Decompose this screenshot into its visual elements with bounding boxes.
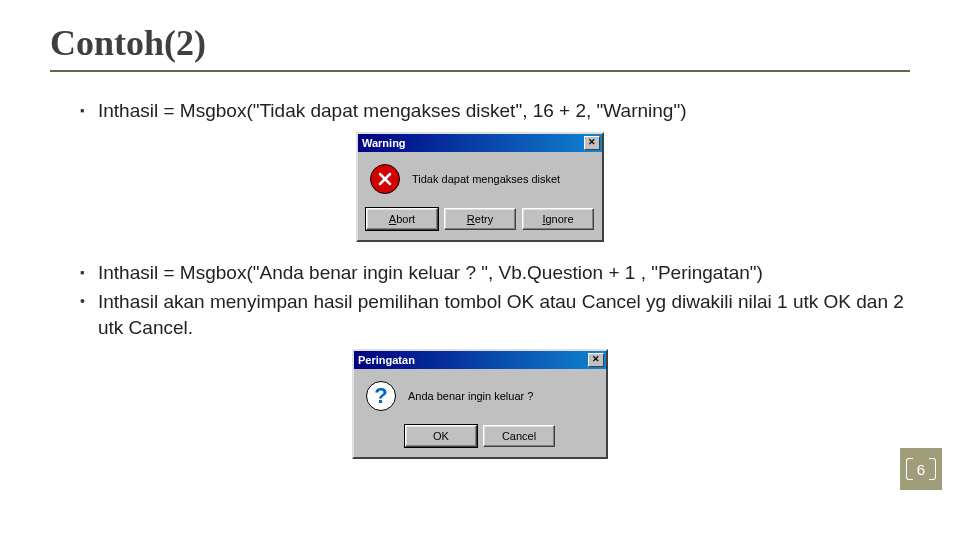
critical-icon (370, 164, 400, 194)
retry-button[interactable]: Retry (444, 208, 516, 230)
button-row: Abort Retry Ignore (358, 204, 602, 240)
ignore-button[interactable]: Ignore (522, 208, 594, 230)
abort-rest: bort (396, 213, 415, 225)
cancel-button[interactable]: Cancel (483, 425, 555, 447)
msgbox-warning: Warning ✕ Tidak dapat mengakses disket A… (356, 132, 604, 242)
msgbox-2-wrap: Peringatan ✕ ? Anda benar ingin keluar ?… (50, 349, 910, 459)
retry-rest: etry (475, 213, 493, 225)
msgbox-body-2: ? Anda benar ingin keluar ? (354, 369, 606, 421)
bullet-item-1: Inthasil = Msgbox("Tidak dapat mengakses… (80, 98, 910, 124)
msgbox-1-wrap: Warning ✕ Tidak dapat mengakses disket A… (50, 132, 910, 242)
question-icon: ? (366, 381, 396, 411)
page-number: 6 (917, 461, 925, 478)
msgbox-question: Peringatan ✕ ? Anda benar ingin keluar ?… (352, 349, 608, 459)
ignore-rest: gnore (545, 213, 573, 225)
page-title: Contoh(2) (50, 22, 910, 72)
page-number-badge: 6 (900, 448, 942, 490)
titlebar: Warning ✕ (358, 134, 602, 152)
button-row-2: OK Cancel (354, 421, 606, 457)
abort-button[interactable]: Abort (366, 208, 438, 230)
slide: Contoh(2) Inthasil = Msgbox("Tidak dapat… (0, 0, 960, 459)
bullet-item-2: Inthasil = Msgbox("Anda benar ingin kelu… (80, 260, 910, 286)
msgbox-body: Tidak dapat mengakses disket (358, 152, 602, 204)
close-button[interactable]: ✕ (584, 136, 600, 150)
titlebar-2: Peringatan ✕ (354, 351, 606, 369)
msgbox-message-2: Anda benar ingin keluar ? (408, 390, 596, 402)
bullet-item-3: Inthasil akan menyimpan hasil pemilihan … (80, 289, 910, 340)
ok-button[interactable]: OK (405, 425, 477, 447)
close-button-2[interactable]: ✕ (588, 353, 604, 367)
titlebar-text: Warning (362, 137, 584, 149)
bullet-list: Inthasil = Msgbox("Tidak dapat mengakses… (50, 98, 910, 124)
msgbox-message: Tidak dapat mengakses disket (412, 173, 592, 185)
titlebar-text-2: Peringatan (358, 354, 588, 366)
bullet-list-2: Inthasil = Msgbox("Anda benar ingin kelu… (50, 260, 910, 341)
